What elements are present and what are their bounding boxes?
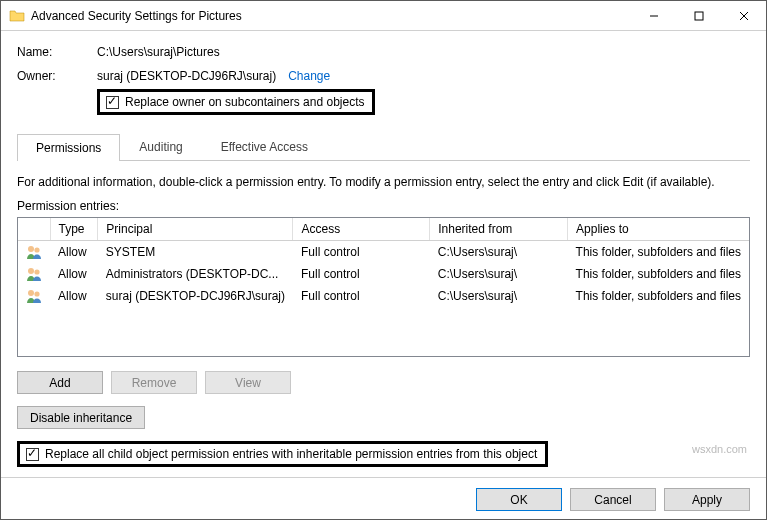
entry-access: Full control	[293, 263, 430, 285]
permission-entries-label: Permission entries:	[17, 199, 750, 213]
entry-principal: SYSTEM	[98, 241, 293, 264]
minimize-button[interactable]	[631, 1, 676, 30]
content: Name: C:\Users\suraj\Pictures Owner: sur…	[1, 31, 766, 477]
entry-icon	[18, 263, 50, 285]
svg-point-6	[28, 268, 34, 274]
entry-icon	[18, 241, 50, 264]
entry-applies: This folder, subfolders and files	[568, 285, 749, 307]
owner-label: Owner:	[17, 69, 97, 83]
svg-point-8	[28, 290, 34, 296]
entry-access: Full control	[293, 241, 430, 264]
name-value: C:\Users\suraj\Pictures	[97, 45, 750, 59]
svg-point-9	[34, 291, 39, 296]
name-label: Name:	[17, 45, 97, 59]
entry-icon	[18, 285, 50, 307]
entry-type: Allow	[50, 263, 98, 285]
table-row[interactable]: AllowAdministrators (DESKTOP-DC...Full c…	[18, 263, 749, 285]
entry-access: Full control	[293, 285, 430, 307]
replace-child-checkbox[interactable]	[26, 448, 39, 461]
column-applies[interactable]: Applies to	[568, 218, 749, 241]
owner-row: Owner: suraj (DESKTOP-DCJ96RJ\suraj) Cha…	[17, 69, 750, 83]
owner-value: suraj (DESKTOP-DCJ96RJ\suraj)	[97, 69, 276, 83]
view-button: View	[205, 371, 291, 394]
entry-type: Allow	[50, 241, 98, 264]
tab-effective-access[interactable]: Effective Access	[202, 133, 327, 160]
change-owner-link[interactable]: Change	[288, 69, 330, 83]
replace-owner-row: Replace owner on subcontainers and objec…	[97, 89, 750, 115]
replace-owner-checkbox[interactable]	[106, 96, 119, 109]
button-row: Add Remove View	[17, 371, 750, 394]
column-access[interactable]: Access	[293, 218, 430, 241]
disable-inheritance-button[interactable]: Disable inheritance	[17, 406, 145, 429]
window-title: Advanced Security Settings for Pictures	[31, 9, 631, 23]
replace-owner-box: Replace owner on subcontainers and objec…	[97, 89, 375, 115]
entry-inherited: C:\Users\suraj\	[430, 263, 568, 285]
titlebar: Advanced Security Settings for Pictures	[1, 1, 766, 31]
entry-type: Allow	[50, 285, 98, 307]
remove-button: Remove	[111, 371, 197, 394]
entry-inherited: C:\Users\suraj\	[430, 285, 568, 307]
window: Advanced Security Settings for Pictures …	[0, 0, 767, 520]
table-header-row: Type Principal Access Inherited from App…	[18, 218, 749, 241]
permission-table[interactable]: Type Principal Access Inherited from App…	[17, 217, 750, 357]
name-row: Name: C:\Users\suraj\Pictures	[17, 45, 750, 59]
entry-principal: suraj (DESKTOP-DCJ96RJ\suraj)	[98, 285, 293, 307]
column-type[interactable]: Type	[50, 218, 98, 241]
ok-button[interactable]: OK	[476, 488, 562, 511]
replace-owner-label: Replace owner on subcontainers and objec…	[125, 95, 364, 109]
svg-point-7	[34, 269, 39, 274]
column-inherited[interactable]: Inherited from	[430, 218, 568, 241]
table-row[interactable]: Allowsuraj (DESKTOP-DCJ96RJ\suraj)Full c…	[18, 285, 749, 307]
apply-button[interactable]: Apply	[664, 488, 750, 511]
column-icon[interactable]	[18, 218, 50, 241]
folder-icon	[9, 8, 25, 24]
footer: OK Cancel Apply	[1, 477, 766, 520]
close-button[interactable]	[721, 1, 766, 30]
svg-rect-1	[695, 12, 703, 20]
tab-permissions[interactable]: Permissions	[17, 134, 120, 161]
add-button[interactable]: Add	[17, 371, 103, 394]
tab-auditing[interactable]: Auditing	[120, 133, 201, 160]
entry-principal: Administrators (DESKTOP-DC...	[98, 263, 293, 285]
info-text: For additional information, double-click…	[17, 175, 750, 189]
svg-point-5	[34, 247, 39, 252]
tabs: Permissions Auditing Effective Access	[17, 133, 750, 161]
replace-child-label: Replace all child object permission entr…	[45, 447, 537, 461]
entry-applies: This folder, subfolders and files	[568, 263, 749, 285]
replace-child-box: Replace all child object permission entr…	[17, 441, 548, 467]
svg-point-4	[28, 246, 34, 252]
cancel-button[interactable]: Cancel	[570, 488, 656, 511]
column-principal[interactable]: Principal	[98, 218, 293, 241]
entry-inherited: C:\Users\suraj\	[430, 241, 568, 264]
maximize-button[interactable]	[676, 1, 721, 30]
table-row[interactable]: AllowSYSTEMFull controlC:\Users\suraj\Th…	[18, 241, 749, 264]
entry-applies: This folder, subfolders and files	[568, 241, 749, 264]
